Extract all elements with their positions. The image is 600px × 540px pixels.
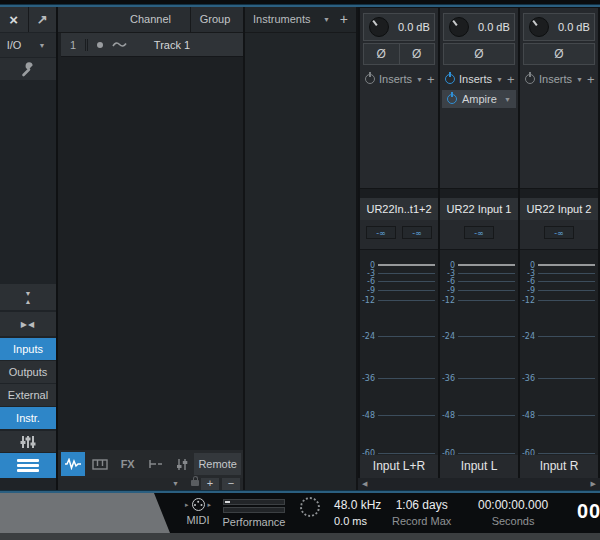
io-label[interactable]: Input R — [520, 455, 598, 478]
channel-list-button[interactable] — [0, 453, 56, 478]
vca-channels-button[interactable] — [170, 452, 194, 476]
meter-tick-label: -9 — [440, 287, 455, 295]
sidebar-item-inputs[interactable]: Inputs — [0, 338, 56, 360]
phase-row: Ø — [523, 43, 595, 65]
meter-tick-label: -24 — [440, 333, 455, 341]
inserts-label: Inserts — [539, 73, 572, 85]
gain-control[interactable]: 0.0 dB — [523, 13, 595, 41]
io-label[interactable]: Input L+R — [360, 455, 438, 478]
meter-tick-line — [458, 415, 515, 416]
phase-invert-button[interactable]: Ø — [399, 44, 435, 64]
midi-label: MIDI — [172, 514, 224, 526]
gain-knob[interactable] — [529, 17, 549, 37]
channel-name[interactable]: UR22In..t1+2 — [360, 198, 438, 220]
detach-button[interactable]: ↗ — [29, 7, 57, 32]
close-icon: × — [9, 12, 18, 27]
instruments-title: Instruments — [253, 7, 310, 32]
meter-tick-line — [378, 300, 435, 301]
inserts-dropdown-icon[interactable]: ▼ — [576, 76, 583, 83]
lock-icon[interactable] — [191, 480, 199, 486]
inserts-dropdown-icon[interactable]: ▼ — [496, 76, 503, 83]
track-row[interactable]: 1 Track 1 — [61, 33, 243, 57]
meter-tick: -12 — [520, 297, 598, 305]
setup-button[interactable] — [0, 58, 56, 80]
inserts-power-icon[interactable] — [365, 74, 375, 84]
inserts-dropdown-icon[interactable]: ▼ — [416, 76, 423, 83]
close-button[interactable]: × — [0, 7, 29, 32]
meter-tick-label: -6 — [440, 278, 455, 286]
phase-invert-button[interactable]: Ø — [444, 44, 514, 64]
channel-column-header[interactable]: Channel — [108, 7, 193, 32]
sample-rate-display[interactable]: 48.0 kHz 0.0 ms — [334, 498, 381, 527]
bus-channels-button[interactable] — [143, 452, 167, 476]
channel-name[interactable]: UR22 Input 1 — [440, 198, 518, 220]
sidebar-item-instr[interactable]: Instr. — [0, 407, 56, 429]
remote-button[interactable]: Remote — [194, 453, 241, 475]
meter-tick: -24 — [360, 333, 438, 341]
meter-tick-line — [458, 378, 515, 379]
phase-invert-button[interactable]: Ø — [364, 44, 399, 64]
wrench-icon — [21, 62, 36, 77]
chevron-down-icon[interactable]: ▼ — [172, 480, 179, 487]
inserts-add-icon[interactable]: + — [507, 73, 515, 86]
bus-icon — [147, 459, 163, 469]
scroll-right-icon[interactable]: ▶ — [591, 480, 596, 488]
performance-monitor[interactable]: Performance — [222, 499, 286, 528]
latency-value: 0.0 ms — [334, 515, 381, 527]
remote-label: Remote — [198, 458, 237, 470]
meter-tick-line — [378, 453, 435, 454]
channel-name[interactable]: UR22 Input 2 — [520, 198, 598, 220]
meter-tick-line — [538, 415, 595, 416]
collapse-vertical-button[interactable]: ▼ ▲ — [0, 284, 56, 310]
record-max-display[interactable]: 1:06 days Record Max — [392, 498, 451, 527]
level-meter: 0-3-6-9-12-24-36-48-60 — [360, 249, 438, 456]
mixer-scrollbar[interactable]: ◀ ▶ — [358, 478, 600, 490]
sidebar-item-external[interactable]: External — [0, 384, 56, 406]
level-meter: 0-3-6-9-12-24-36-48-60 — [520, 249, 598, 456]
narrow-channels-button[interactable]: ▶ ◀ — [0, 312, 56, 336]
midi-in-arrow-icon: ▸ — [185, 501, 189, 509]
midi-indicator[interactable]: ▸ ▸ MIDI — [172, 498, 224, 526]
detach-icon: ↗ — [37, 13, 48, 26]
banks-button[interactable] — [0, 431, 56, 452]
insert-plugin[interactable]: Ampire▼ — [442, 90, 516, 108]
inserts-add-icon[interactable]: + — [587, 73, 595, 86]
inserts-add-icon[interactable]: + — [427, 73, 435, 86]
triangle-left-icon: ◀ — [28, 320, 35, 329]
meter-tick-line — [378, 264, 435, 266]
meter-tick-label: -48 — [520, 412, 535, 420]
io-label: I/O — [7, 39, 22, 51]
studio-one-mixer-window: × ↗ I/O ▼ ▼ ▲ ▶ ◀ InputsOutputsExternalI… — [0, 0, 600, 540]
group-column-header[interactable]: Group — [190, 7, 239, 32]
meter-tick: -36 — [520, 375, 598, 383]
gain-knob[interactable] — [369, 17, 389, 37]
gain-control[interactable]: 0.0 dB — [363, 13, 435, 41]
instrument-channels-button[interactable] — [88, 452, 112, 476]
plugin-dropdown-icon[interactable]: ▼ — [504, 96, 511, 103]
midi-out-arrow-icon: ▸ — [208, 501, 212, 509]
audio-channels-button[interactable] — [61, 452, 85, 476]
phase-invert-button[interactable]: Ø — [524, 44, 594, 64]
sample-rate-value: 48.0 kHz — [334, 498, 381, 512]
remove-bank-button[interactable]: − — [222, 478, 240, 490]
inserts-power-icon[interactable] — [445, 74, 455, 84]
gain-knob[interactable] — [449, 17, 469, 37]
add-bank-button[interactable]: + — [201, 478, 219, 490]
phase-row: Ø — [443, 43, 515, 65]
scroll-left-icon[interactable]: ◀ — [362, 480, 367, 488]
io-selector[interactable]: I/O ▼ — [0, 33, 56, 57]
gain-control[interactable]: 0.0 dB — [443, 13, 515, 41]
main-clock-display[interactable]: 00 — [577, 500, 600, 523]
chevron-down-icon[interactable]: ▼ — [323, 16, 330, 23]
add-instrument-button[interactable]: + — [340, 7, 348, 32]
sidebar-item-outputs[interactable]: Outputs — [0, 361, 56, 383]
inserts-power-icon[interactable] — [525, 74, 535, 84]
meter-tick-label: -36 — [440, 375, 455, 383]
fx-channels-button[interactable]: FX — [116, 452, 140, 476]
io-label[interactable]: Input L — [440, 455, 518, 478]
inserts-header: Inserts▼+ — [360, 70, 438, 88]
sidebar-header: × ↗ — [0, 7, 56, 32]
time-display[interactable]: 00:00:00.000 Seconds — [478, 498, 548, 527]
plugin-power-icon[interactable] — [447, 94, 457, 104]
gain-value: 0.0 dB — [478, 21, 510, 33]
